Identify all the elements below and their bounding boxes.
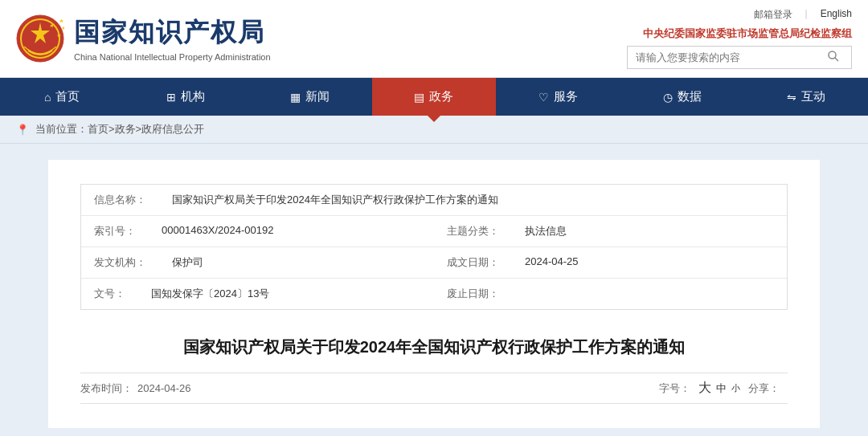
date-value: 2024-04-25 [512,247,787,278]
index-value: 00001463X/2024-00192 [149,216,434,247]
org-value: 保护司 [159,247,434,278]
font-medium-btn[interactable]: 中 [716,381,727,396]
nav-data-label: 数据 [678,89,702,104]
breadcrumb-text: 当前位置：首页>政务>政府信息公开 [35,122,204,137]
svg-line-8 [835,58,838,61]
info-org-right: 成文日期： 2024-04-25 [434,247,787,278]
logo-cn: 国家知识产权局 [74,15,271,51]
nav-interact[interactable]: ⇋ 互动 [744,78,868,116]
service-icon: ♡ [538,91,549,104]
info-half-right: 主题分类： 执法信息 [434,216,787,247]
info-row-doc: 文号： 国知发保字〔2024〕13号 废止日期： [81,279,787,309]
expire-label: 废止日期： [434,279,512,309]
logo-en: China National Intellectual Property Adm… [74,52,271,62]
red-notice-link[interactable]: 中央纪委国家监委驻市场监管总局纪检监察组 [643,26,852,41]
date-label: 成文日期： [434,247,512,278]
category-value: 执法信息 [512,216,787,247]
article-title: 国家知识产权局关于印发2024年全国知识产权行政保护工作方案的通知 [80,334,788,360]
svg-point-7 [829,51,836,59]
nav-org[interactable]: ⊞ 机构 [124,78,248,116]
separator: | [805,8,808,22]
svg-marker-4 [59,18,63,22]
logo-emblem [16,14,64,63]
nav-org-label: 机构 [181,89,205,104]
publish-date: 2024-04-26 [137,382,191,394]
mailbox-link[interactable]: 邮箱登录 [754,8,792,22]
svg-marker-5 [62,26,64,30]
info-table: 信息名称： 国家知识产权局关于印发2024年全国知识产权行政保护工作方案的通知 … [80,184,788,310]
data-icon: ◷ [663,91,673,104]
info-doc-left: 文号： 国知发保字〔2024〕13号 [81,279,434,309]
search-box [627,46,852,69]
location-icon: 📍 [16,124,29,136]
logo-text-block: 国家知识产权局 China National Intellectual Prop… [74,15,271,62]
header-top-links: 邮箱登录 | English [754,8,852,22]
interact-icon: ⇋ [787,91,796,104]
nav-service[interactable]: ♡ 服务 [496,78,620,116]
nav-gov-label: 政务 [429,89,453,104]
search-icon [827,50,840,63]
info-row-index: 索引号： 00001463X/2024-00192 主题分类： 执法信息 [81,216,787,247]
info-org-left: 发文机构： 保护司 [81,247,434,278]
share-label: 分享： [748,381,780,396]
header-right: 邮箱登录 | English 中央纪委国家监委驻市场监管总局纪检监察组 [627,8,852,69]
article-meta: 发布时间： 2024-04-26 字号： 大 中 小 分享： [80,373,788,404]
meta-right: 字号： 大 中 小 分享： [659,380,788,397]
logo-area: 国家知识产权局 China National Intellectual Prop… [16,14,271,63]
org-label: 发文机构： [81,247,159,278]
search-button[interactable] [821,47,846,68]
font-small-btn[interactable]: 小 [731,382,740,394]
nav-data[interactable]: ◷ 数据 [620,78,743,116]
main-nav: ⌂ 首页 ⊞ 机构 ▦ 新闻 ▤ 政务 ♡ 服务 ◷ 数据 ⇋ 互动 [0,78,868,116]
doc-value: 国知发保字〔2024〕13号 [138,279,434,309]
meta-left: 发布时间： 2024-04-26 [80,381,191,396]
name-value: 国家知识产权局关于印发2024年全国知识产权行政保护工作方案的通知 [159,185,787,215]
nav-home-label: 首页 [55,89,80,104]
nav-service-label: 服务 [554,89,578,104]
page-wrapper: 国家知识产权局 China National Intellectual Prop… [0,0,868,436]
doc-label: 文号： [81,279,138,309]
header: 国家知识产权局 China National Intellectual Prop… [0,0,868,78]
index-label: 索引号： [81,216,149,247]
publish-label: 发布时间： [80,381,133,396]
gov-icon: ▤ [414,91,424,104]
info-half-left: 索引号： 00001463X/2024-00192 [81,216,434,247]
info-row-org: 发文机构： 保护司 成文日期： 2024-04-25 [81,247,787,279]
info-row-name: 信息名称： 国家知识产权局关于印发2024年全国知识产权行政保护工作方案的通知 [81,185,787,216]
category-label: 主题分类： [434,216,512,247]
nav-news[interactable]: ▦ 新闻 [248,78,372,116]
org-icon: ⊞ [166,91,176,104]
font-size-controls: 大 中 小 [698,380,740,397]
search-input[interactable] [628,47,821,68]
font-large-btn[interactable]: 大 [698,380,711,397]
font-label: 字号： [659,381,690,396]
name-label: 信息名称： [81,185,159,215]
nav-news-label: 新闻 [305,89,330,104]
news-icon: ▦ [290,91,301,104]
main-content: 信息名称： 国家知识产权局关于印发2024年全国知识产权行政保护工作方案的通知 … [48,160,820,428]
home-icon: ⌂ [44,91,51,104]
expire-value [512,279,787,309]
nav-home[interactable]: ⌂ 首页 [0,78,124,116]
info-doc-right: 废止日期： [434,279,787,309]
nav-gov[interactable]: ▤ 政务 [372,78,496,116]
english-link[interactable]: English [821,8,852,22]
nav-interact-label: 互动 [801,89,825,104]
